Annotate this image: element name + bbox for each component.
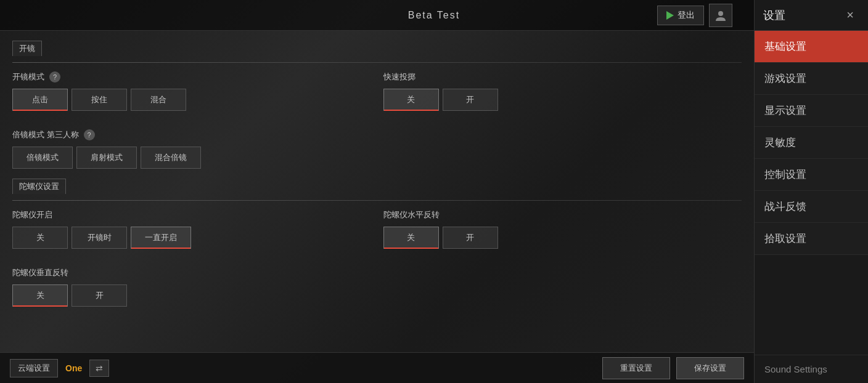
quick-throw-on-btn[interactable]: 开 [443, 89, 498, 111]
gyro-horizontal-label-row: 陀螺仪水平反转 [383, 209, 742, 220]
scope-third-label-row: 倍镜模式 第三人称 ? [12, 129, 742, 140]
close-button[interactable]: × [841, 6, 859, 25]
gyro-horizontal-section: 陀螺仪水平反转 关 开 [383, 209, 742, 257]
login-button[interactable]: 登出 [657, 6, 704, 25]
gyro-horizontal-label: 陀螺仪水平反转 [383, 209, 440, 220]
quick-throw-section: 快速投掷 关 开 [383, 71, 742, 119]
top-bar: Beta Test 登出 [0, 0, 868, 31]
quick-throw-options: 关 开 [383, 89, 742, 111]
gyro-enable-section: 陀螺仪开启 关 开镜时 一直开启 [12, 209, 371, 257]
sidebar-item-control[interactable]: 控制设置 [755, 159, 868, 191]
scope-section-header: 开镜 [12, 41, 742, 56]
sidebar-item-sound-label: Sound Settings [764, 364, 827, 374]
gyro-enable-label: 陀螺仪开启 [12, 209, 52, 220]
sidebar-item-game-label: 游戏设置 [764, 73, 806, 84]
scope-mode-mix-btn[interactable]: 混合 [131, 89, 186, 111]
scope-mode-label-row: 开镜模式 ? [12, 71, 371, 83]
sidebar-item-combat[interactable]: 战斗反馈 [755, 191, 868, 223]
gyro-h-on-btn[interactable]: 开 [443, 227, 498, 249]
scope-third-help-icon[interactable]: ? [84, 129, 95, 140]
gyro-vertical-label: 陀螺仪垂直反转 [12, 267, 68, 278]
user-icon [714, 9, 727, 22]
bottom-right-actions: 重置设置 保存设置 [602, 357, 744, 379]
gyro-enable-label-row: 陀螺仪开启 [12, 209, 371, 220]
scope-two-col: 开镜模式 ? 点击 按住 混合 快速投掷 关 开 [12, 71, 742, 129]
svg-point-0 [718, 11, 723, 16]
scope-third-mix-btn[interactable]: 混合倍镜 [141, 147, 201, 169]
scope-mode-hold-btn[interactable]: 按住 [72, 89, 127, 111]
reset-button[interactable]: 重置设置 [602, 357, 670, 379]
scope-third-label: 倍镜模式 第三人称 [12, 129, 79, 140]
scope-third-options: 倍镜模式 肩射模式 混合倍镜 [12, 147, 742, 169]
scope-third-scope-btn[interactable]: 倍镜模式 [12, 147, 73, 169]
gyro-h-off-btn[interactable]: 关 [383, 227, 439, 249]
gyro-section-label: 陀螺仪设置 [12, 179, 66, 194]
sidebar-item-combat-label: 战斗反馈 [764, 201, 806, 212]
sidebar: 设置 × 基础设置 游戏设置 显示设置 灵敏度 控制设置 战斗反馈 拾取设置 S… [754, 0, 868, 383]
main-content: 开镜 开镜模式 ? 点击 按住 混合 快速投掷 关 开 [0, 31, 754, 383]
sidebar-item-display[interactable]: 显示设置 [755, 95, 868, 127]
sidebar-item-basic[interactable]: 基础设置 [755, 31, 868, 63]
sidebar-item-basic-label: 基础设置 [764, 41, 806, 52]
sidebar-item-control-label: 控制设置 [764, 169, 806, 180]
gyro-v-on-btn[interactable]: 开 [72, 284, 127, 307]
swap-icon: ⇄ [96, 363, 103, 373]
quick-throw-off-btn[interactable]: 关 [383, 89, 439, 111]
sidebar-header: 设置 × [755, 0, 868, 31]
gyro-vertical-label-row: 陀螺仪垂直反转 [12, 267, 742, 278]
scope-mode-click-btn[interactable]: 点击 [12, 89, 68, 111]
gyro-two-col: 陀螺仪开启 关 开镜时 一直开启 陀螺仪水平反转 关 开 [12, 209, 742, 267]
gyro-enable-options: 关 开镜时 一直开启 [12, 227, 371, 249]
sidebar-item-game[interactable]: 游戏设置 [755, 63, 868, 95]
gyro-v-off-btn[interactable]: 关 [12, 284, 68, 307]
sidebar-item-pickup-label: 拾取设置 [764, 233, 806, 244]
login-label: 登出 [678, 10, 695, 21]
top-bar-actions: 登出 [657, 4, 732, 27]
quick-throw-label-row: 快速投掷 [383, 71, 742, 83]
sidebar-item-sound[interactable]: Sound Settings [755, 355, 868, 383]
gyro-vertical-options: 关 开 [12, 284, 742, 307]
cloud-label: 云端设置 [10, 359, 58, 377]
save-button[interactable]: 保存设置 [676, 357, 744, 379]
avatar-button[interactable] [709, 4, 732, 27]
sidebar-title: 设置 [763, 8, 785, 23]
gyro-divider [12, 200, 742, 201]
sidebar-item-sensitivity-label: 灵敏度 [764, 137, 796, 148]
close-icon: × [846, 8, 854, 22]
scope-mode-section: 开镜模式 ? 点击 按住 混合 [12, 71, 371, 119]
gyro-vertical-section: 陀螺仪垂直反转 关 开 [12, 267, 742, 307]
quick-throw-label: 快速投掷 [383, 71, 416, 83]
scope-third-shoulder-btn[interactable]: 肩射模式 [76, 147, 137, 169]
bottom-bar: 云端设置 One ⇄ 重置设置 保存设置 [0, 352, 754, 383]
sidebar-item-sensitivity[interactable]: 灵敏度 [755, 127, 868, 159]
gyro-horizontal-options: 关 开 [383, 227, 742, 249]
scope-section-label: 开镜 [12, 41, 42, 56]
scope-divider [12, 62, 742, 63]
cloud-value: One [65, 363, 82, 373]
app-title: Beta Test [408, 10, 460, 21]
gyro-section-header: 陀螺仪设置 [12, 179, 742, 194]
gyro-scope-btn[interactable]: 开镜时 [72, 227, 127, 249]
sidebar-item-pickup[interactable]: 拾取设置 [755, 223, 868, 255]
swap-button[interactable]: ⇄ [89, 360, 109, 377]
scope-third-section: 倍镜模式 第三人称 ? 倍镜模式 肩射模式 混合倍镜 [12, 129, 742, 169]
sidebar-item-display-label: 显示设置 [764, 105, 806, 116]
scope-mode-options: 点击 按住 混合 [12, 89, 371, 111]
gyro-off-btn[interactable]: 关 [12, 227, 68, 249]
scope-mode-label: 开镜模式 [12, 71, 44, 83]
gyro-always-btn[interactable]: 一直开启 [131, 227, 191, 249]
scope-mode-help-icon[interactable]: ? [49, 71, 60, 83]
play-icon [666, 11, 674, 20]
